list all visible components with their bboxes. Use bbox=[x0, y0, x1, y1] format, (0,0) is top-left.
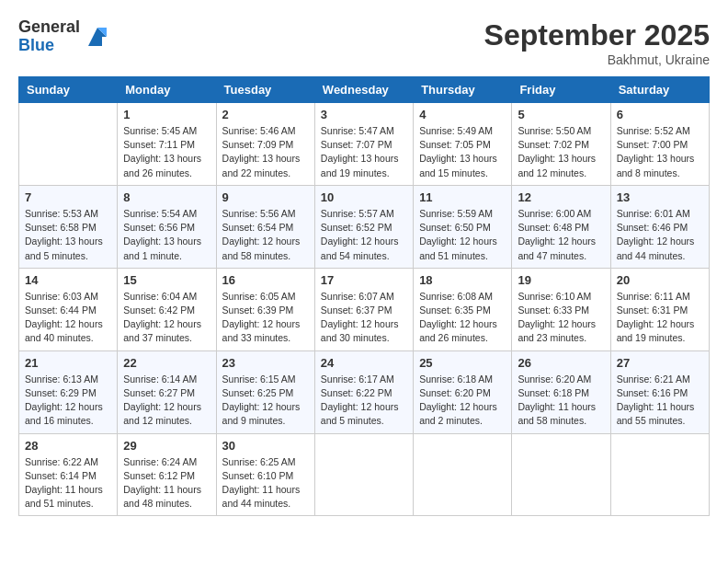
calendar-week-row: 21Sunrise: 6:13 AM Sunset: 6:29 PM Dayli… bbox=[19, 350, 710, 433]
day-info: Sunrise: 5:46 AM Sunset: 7:09 PM Dayligh… bbox=[222, 124, 309, 180]
day-info: Sunrise: 5:59 AM Sunset: 6:50 PM Dayligh… bbox=[419, 207, 506, 263]
calendar-cell: 30Sunrise: 6:25 AM Sunset: 6:10 PM Dayli… bbox=[216, 433, 314, 516]
day-info: Sunrise: 6:15 AM Sunset: 6:25 PM Dayligh… bbox=[222, 373, 309, 429]
day-number: 17 bbox=[321, 273, 407, 287]
calendar-cell: 11Sunrise: 5:59 AM Sunset: 6:50 PM Dayli… bbox=[414, 185, 512, 268]
day-info: Sunrise: 6:11 AM Sunset: 6:31 PM Dayligh… bbox=[617, 290, 703, 346]
day-number: 21 bbox=[25, 356, 111, 370]
day-number: 16 bbox=[222, 273, 309, 287]
day-number: 7 bbox=[25, 190, 111, 204]
logo: General Blue bbox=[18, 18, 111, 55]
day-number: 5 bbox=[518, 108, 604, 121]
day-info: Sunrise: 6:07 AM Sunset: 6:37 PM Dayligh… bbox=[321, 290, 407, 346]
day-info: Sunrise: 6:04 AM Sunset: 6:42 PM Dayligh… bbox=[123, 290, 210, 346]
calendar-week-row: 7Sunrise: 5:53 AM Sunset: 6:58 PM Daylig… bbox=[19, 185, 710, 268]
calendar-header-thursday: Thursday bbox=[414, 77, 512, 103]
day-info: Sunrise: 5:54 AM Sunset: 6:56 PM Dayligh… bbox=[123, 207, 210, 263]
calendar-cell: 10Sunrise: 5:57 AM Sunset: 6:52 PM Dayli… bbox=[314, 185, 413, 268]
day-number: 11 bbox=[419, 190, 506, 204]
calendar-cell: 6Sunrise: 5:52 AM Sunset: 7:00 PM Daylig… bbox=[610, 103, 709, 186]
calendar-header-sunday: Sunday bbox=[19, 77, 118, 103]
calendar-cell bbox=[610, 433, 709, 516]
day-info: Sunrise: 6:10 AM Sunset: 6:33 PM Dayligh… bbox=[518, 290, 604, 346]
calendar-cell: 15Sunrise: 6:04 AM Sunset: 6:42 PM Dayli… bbox=[118, 268, 216, 350]
calendar-cell: 8Sunrise: 5:54 AM Sunset: 6:56 PM Daylig… bbox=[118, 185, 216, 268]
calendar-cell: 17Sunrise: 6:07 AM Sunset: 6:37 PM Dayli… bbox=[314, 268, 413, 350]
calendar-week-row: 1Sunrise: 5:45 AM Sunset: 7:11 PM Daylig… bbox=[19, 103, 710, 186]
day-info: Sunrise: 6:24 AM Sunset: 6:12 PM Dayligh… bbox=[123, 455, 210, 511]
day-number: 2 bbox=[222, 108, 309, 121]
calendar-cell: 29Sunrise: 6:24 AM Sunset: 6:12 PM Dayli… bbox=[118, 433, 216, 516]
day-number: 27 bbox=[617, 356, 703, 370]
day-number: 19 bbox=[518, 273, 604, 287]
day-info: Sunrise: 6:21 AM Sunset: 6:16 PM Dayligh… bbox=[617, 373, 703, 429]
day-number: 25 bbox=[419, 356, 506, 370]
calendar-cell: 22Sunrise: 6:14 AM Sunset: 6:27 PM Dayli… bbox=[118, 350, 216, 433]
month-title: September 2025 bbox=[484, 18, 710, 52]
day-info: Sunrise: 6:14 AM Sunset: 6:27 PM Dayligh… bbox=[123, 373, 210, 429]
calendar-header-saturday: Saturday bbox=[610, 77, 709, 103]
calendar-cell bbox=[512, 433, 610, 516]
day-number: 29 bbox=[123, 439, 210, 453]
day-number: 22 bbox=[123, 356, 210, 370]
calendar-cell: 16Sunrise: 6:05 AM Sunset: 6:39 PM Dayli… bbox=[216, 268, 314, 350]
calendar-header-tuesday: Tuesday bbox=[216, 77, 314, 103]
calendar-cell: 13Sunrise: 6:01 AM Sunset: 6:46 PM Dayli… bbox=[610, 185, 709, 268]
day-number: 10 bbox=[321, 190, 407, 204]
calendar-cell bbox=[314, 433, 413, 516]
calendar-cell: 14Sunrise: 6:03 AM Sunset: 6:44 PM Dayli… bbox=[19, 268, 118, 350]
day-info: Sunrise: 5:57 AM Sunset: 6:52 PM Dayligh… bbox=[321, 207, 407, 263]
calendar-header-friday: Friday bbox=[512, 77, 610, 103]
day-number: 12 bbox=[518, 190, 604, 204]
day-info: Sunrise: 6:25 AM Sunset: 6:10 PM Dayligh… bbox=[222, 455, 309, 511]
day-info: Sunrise: 6:08 AM Sunset: 6:35 PM Dayligh… bbox=[419, 290, 506, 346]
calendar-header-wednesday: Wednesday bbox=[314, 77, 413, 103]
logo-general-text: General bbox=[18, 18, 80, 37]
calendar-cell: 28Sunrise: 6:22 AM Sunset: 6:14 PM Dayli… bbox=[19, 433, 118, 516]
title-block: September 2025 Bakhmut, Ukraine bbox=[484, 18, 710, 67]
day-info: Sunrise: 6:20 AM Sunset: 6:18 PM Dayligh… bbox=[518, 373, 604, 429]
day-info: Sunrise: 5:45 AM Sunset: 7:11 PM Dayligh… bbox=[123, 124, 210, 180]
day-info: Sunrise: 5:52 AM Sunset: 7:00 PM Dayligh… bbox=[617, 124, 703, 180]
day-info: Sunrise: 6:01 AM Sunset: 6:46 PM Dayligh… bbox=[617, 207, 703, 263]
day-info: Sunrise: 6:13 AM Sunset: 6:29 PM Dayligh… bbox=[25, 373, 111, 429]
calendar-cell: 1Sunrise: 5:45 AM Sunset: 7:11 PM Daylig… bbox=[118, 103, 216, 186]
calendar-cell: 21Sunrise: 6:13 AM Sunset: 6:29 PM Dayli… bbox=[19, 350, 118, 433]
calendar-cell: 9Sunrise: 5:56 AM Sunset: 6:54 PM Daylig… bbox=[216, 185, 314, 268]
calendar-cell bbox=[19, 103, 118, 186]
day-info: Sunrise: 6:17 AM Sunset: 6:22 PM Dayligh… bbox=[321, 373, 407, 429]
calendar-cell: 25Sunrise: 6:18 AM Sunset: 6:20 PM Dayli… bbox=[414, 350, 512, 433]
calendar-cell: 3Sunrise: 5:47 AM Sunset: 7:07 PM Daylig… bbox=[314, 103, 413, 186]
day-number: 18 bbox=[419, 273, 506, 287]
day-number: 6 bbox=[617, 108, 703, 121]
calendar-cell: 12Sunrise: 6:00 AM Sunset: 6:48 PM Dayli… bbox=[512, 185, 610, 268]
day-info: Sunrise: 6:18 AM Sunset: 6:20 PM Dayligh… bbox=[419, 373, 506, 429]
day-info: Sunrise: 6:22 AM Sunset: 6:14 PM Dayligh… bbox=[25, 455, 111, 511]
day-info: Sunrise: 5:47 AM Sunset: 7:07 PM Dayligh… bbox=[321, 124, 407, 180]
day-info: Sunrise: 5:53 AM Sunset: 6:58 PM Dayligh… bbox=[25, 207, 111, 263]
day-number: 1 bbox=[123, 108, 210, 121]
day-number: 28 bbox=[25, 439, 111, 453]
calendar-cell: 24Sunrise: 6:17 AM Sunset: 6:22 PM Dayli… bbox=[314, 350, 413, 433]
calendar-header-row: SundayMondayTuesdayWednesdayThursdayFrid… bbox=[19, 77, 710, 103]
day-number: 24 bbox=[321, 356, 407, 370]
day-number: 3 bbox=[321, 108, 407, 121]
day-number: 23 bbox=[222, 356, 309, 370]
calendar-cell: 18Sunrise: 6:08 AM Sunset: 6:35 PM Dayli… bbox=[414, 268, 512, 350]
calendar-cell bbox=[414, 433, 512, 516]
calendar-header-monday: Monday bbox=[118, 77, 216, 103]
day-number: 14 bbox=[25, 273, 111, 287]
calendar-cell: 19Sunrise: 6:10 AM Sunset: 6:33 PM Dayli… bbox=[512, 268, 610, 350]
calendar-cell: 4Sunrise: 5:49 AM Sunset: 7:05 PM Daylig… bbox=[414, 103, 512, 186]
page-header: General Blue September 2025 Bakhmut, Ukr… bbox=[18, 18, 710, 67]
logo-icon bbox=[84, 23, 111, 51]
calendar-cell: 5Sunrise: 5:50 AM Sunset: 7:02 PM Daylig… bbox=[512, 103, 610, 186]
location: Bakhmut, Ukraine bbox=[484, 52, 710, 67]
day-number: 8 bbox=[123, 190, 210, 204]
calendar-cell: 7Sunrise: 5:53 AM Sunset: 6:58 PM Daylig… bbox=[19, 185, 118, 268]
day-number: 15 bbox=[123, 273, 210, 287]
calendar-cell: 27Sunrise: 6:21 AM Sunset: 6:16 PM Dayli… bbox=[610, 350, 709, 433]
day-number: 4 bbox=[419, 108, 506, 121]
day-info: Sunrise: 5:56 AM Sunset: 6:54 PM Dayligh… bbox=[222, 207, 309, 263]
day-number: 30 bbox=[222, 439, 309, 453]
